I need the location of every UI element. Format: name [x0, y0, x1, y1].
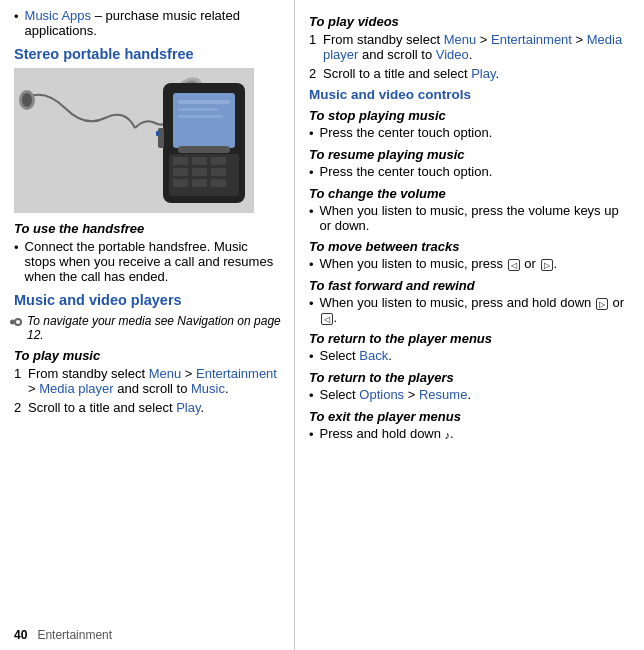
- handsfree-label: To use the handsfree: [14, 221, 282, 236]
- svg-rect-13: [211, 157, 226, 165]
- video-link[interactable]: Video: [436, 47, 469, 62]
- options-link[interactable]: Options: [359, 387, 404, 402]
- stop-label: To stop playing music: [309, 108, 632, 123]
- menu-link-2[interactable]: Menu: [444, 32, 477, 47]
- resume-label: To resume playing music: [309, 147, 632, 162]
- bullet-dot: •: [14, 9, 19, 24]
- menu-link-1[interactable]: Menu: [149, 366, 182, 381]
- page-label: Entertainment: [37, 628, 112, 642]
- player-menus-label: To return to the player menus: [309, 331, 632, 346]
- svg-rect-11: [173, 157, 188, 165]
- players-label: To return to the players: [309, 370, 632, 385]
- resume-link[interactable]: Resume: [419, 387, 467, 402]
- media-player-link-1[interactable]: Media player: [39, 381, 113, 396]
- play-music-step2: 2 Scroll to a title and select Play.: [14, 400, 282, 415]
- exit-bullet: • Press and hold down ♪.: [309, 426, 632, 442]
- play-videos-label: To play videos: [309, 14, 632, 29]
- music-note-icon: ♪: [445, 429, 451, 441]
- back-link[interactable]: Back: [359, 348, 388, 363]
- play-link-2[interactable]: Play: [471, 66, 495, 81]
- entertainment-link-1[interactable]: Entertainment: [196, 366, 277, 381]
- fast-label: To fast forward and rewind: [309, 278, 632, 293]
- music-video-players-title: Music and video players: [14, 292, 282, 308]
- svg-rect-18: [192, 179, 207, 187]
- right-column: To play videos 1 From standby select Men…: [295, 0, 644, 650]
- play-videos-step2: 2 Scroll to a title and select Play.: [309, 66, 632, 81]
- svg-rect-16: [211, 168, 226, 176]
- resume-bullet: • Press the center touch option.: [309, 164, 632, 180]
- left-column: • Music Apps – purchase music related ap…: [0, 0, 295, 650]
- play-link-1[interactable]: Play: [176, 400, 200, 415]
- play-music-label: To play music: [14, 348, 282, 363]
- svg-rect-12: [192, 157, 207, 165]
- handsfree-bullet: • Connect the portable handsfree. Music …: [14, 239, 282, 284]
- page-container: • Music Apps – purchase music related ap…: [0, 0, 644, 650]
- page-number: 40: [14, 628, 27, 642]
- handsfree-svg: [15, 68, 253, 213]
- ff-icon: ▷: [596, 298, 608, 310]
- music-apps-text: Music Apps – purchase music related appl…: [25, 8, 282, 38]
- tip-icon: [14, 318, 22, 326]
- play-videos-step1: 1 From standby select Menu > Entertainme…: [309, 32, 632, 62]
- handsfree-image: [14, 68, 254, 213]
- handsfree-desc: Connect the portable handsfree. Music st…: [25, 239, 282, 284]
- next-track-icon: ▷: [541, 259, 553, 271]
- music-link[interactable]: Music: [191, 381, 225, 396]
- svg-rect-22: [156, 131, 159, 136]
- svg-rect-21: [158, 128, 164, 148]
- svg-rect-8: [178, 108, 218, 111]
- svg-rect-20: [178, 146, 230, 153]
- svg-rect-9: [178, 115, 223, 118]
- stereo-handsfree-title: Stereo portable handsfree: [14, 46, 282, 62]
- tip-row: To navigate your media see Navigation on…: [14, 314, 282, 342]
- tip-text: To navigate your media see Navigation on…: [27, 314, 282, 342]
- exit-label: To exit the player menus: [309, 409, 632, 424]
- fast-bullet: • When you listen to music, press and ho…: [309, 295, 632, 325]
- svg-rect-19: [211, 179, 226, 187]
- music-apps-bullet: • Music Apps – purchase music related ap…: [14, 8, 282, 38]
- prev-track-icon: ◁: [508, 259, 520, 271]
- stop-bullet: • Press the center touch option.: [309, 125, 632, 141]
- tracks-label: To move between tracks: [309, 239, 632, 254]
- music-apps-link[interactable]: Music Apps: [25, 8, 91, 23]
- play-music-step1: 1 From standby select Menu > Entertainme…: [14, 366, 282, 396]
- svg-point-2: [22, 93, 32, 107]
- volume-label: To change the volume: [309, 186, 632, 201]
- entertainment-link-2[interactable]: Entertainment: [491, 32, 572, 47]
- tracks-bullet: • When you listen to music, press ◁ or ▷…: [309, 256, 632, 272]
- rw-icon: ◁: [321, 313, 333, 325]
- page-footer: 40 Entertainment: [14, 628, 112, 642]
- svg-rect-15: [192, 168, 207, 176]
- player-menus-bullet: • Select Back.: [309, 348, 632, 364]
- players-bullet: • Select Options > Resume.: [309, 387, 632, 403]
- svg-rect-17: [173, 179, 188, 187]
- svg-rect-14: [173, 168, 188, 176]
- svg-rect-7: [178, 100, 230, 104]
- controls-title: Music and video controls: [309, 87, 632, 102]
- volume-bullet: • When you listen to music, press the vo…: [309, 203, 632, 233]
